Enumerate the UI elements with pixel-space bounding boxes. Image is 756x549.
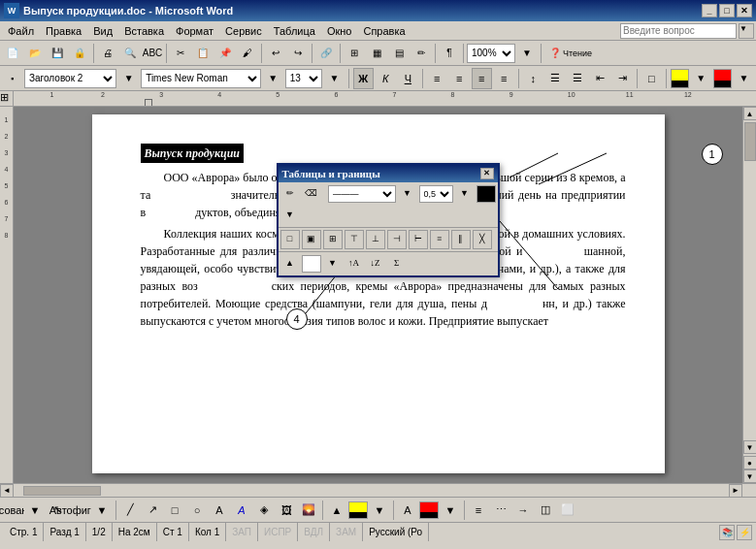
shading-color-button[interactable] xyxy=(302,255,321,273)
preview-button[interactable]: 🔍 xyxy=(119,43,141,64)
font-select[interactable]: Times New Roman xyxy=(141,69,261,88)
style-select[interactable]: Заголовок 2 xyxy=(24,69,116,88)
sort-descending-button[interactable]: ↓Z xyxy=(366,254,385,274)
autosum-button[interactable]: Σ xyxy=(387,254,407,274)
left-border-button[interactable]: ⊣ xyxy=(387,230,407,249)
search-button[interactable]: ▼ xyxy=(739,23,754,39)
align-justify-button[interactable]: ≡ xyxy=(494,68,514,89)
highlight-dropdown[interactable]: ▼ xyxy=(691,68,711,89)
fill-color-tool[interactable]: ▲ xyxy=(326,500,347,521)
drawing-menu-button[interactable]: Рисование xyxy=(2,500,23,521)
select-browse-button[interactable]: ● xyxy=(743,456,757,469)
fill-color-box[interactable] xyxy=(348,501,368,519)
scroll-up-button[interactable]: ▲ xyxy=(743,107,757,120)
top-border-button[interactable]: ⊤ xyxy=(345,230,364,249)
scroll-track[interactable] xyxy=(744,120,756,440)
horizontal-scrollbar[interactable]: ◄ ► xyxy=(0,483,756,497)
no-border-button[interactable]: □ xyxy=(280,230,300,249)
bold-button[interactable]: Ж xyxy=(353,68,374,89)
redo-button[interactable]: ↪ xyxy=(287,43,309,64)
draw-table-button[interactable]: ✏ xyxy=(411,43,432,64)
ruler-corner[interactable]: ⊞ xyxy=(0,91,14,106)
scroll-down-button[interactable]: ▼ xyxy=(743,440,757,454)
align-center-button[interactable]: ≡ xyxy=(449,68,470,89)
h-scroll-thumb[interactable] xyxy=(23,486,101,496)
scroll-left-button[interactable]: ◄ xyxy=(0,484,14,498)
maximize-button[interactable]: □ xyxy=(719,4,735,17)
spell-button[interactable]: ABC xyxy=(142,43,163,64)
oval-tool[interactable]: ○ xyxy=(186,500,208,521)
menu-format[interactable]: Формат xyxy=(170,23,219,39)
open-button[interactable]: 📂 xyxy=(24,43,46,64)
browse-next-button[interactable]: ▼ xyxy=(743,469,757,483)
decrease-indent-button[interactable]: ⇤ xyxy=(590,68,610,89)
bottom-border-button[interactable]: ⊥ xyxy=(366,230,385,249)
horiz-inside-button[interactable]: ≡ xyxy=(430,230,449,249)
right-border-button[interactable]: ⊢ xyxy=(409,230,428,249)
menu-edit[interactable]: Правка xyxy=(40,23,87,39)
vertical-scrollbar[interactable]: ▲ ▼ ● ▼ xyxy=(742,107,756,483)
dash-style-tool[interactable]: ⋯ xyxy=(490,500,511,521)
diagram-tool[interactable]: ◈ xyxy=(253,500,275,521)
autoshapes-dropdown[interactable]: ▼ xyxy=(91,500,113,521)
line-style-dropdown[interactable]: ▼ xyxy=(398,184,417,204)
size-select[interactable]: 13 xyxy=(285,69,322,88)
title-bar-controls[interactable]: _ □ ✕ xyxy=(702,4,752,17)
drawing-dropdown[interactable]: ▼ xyxy=(24,500,46,521)
shading-button[interactable]: ▲ xyxy=(280,254,300,274)
style-dropdown-icon[interactable]: ▼ xyxy=(118,68,139,89)
shading-dropdown[interactable]: ▼ xyxy=(323,254,343,274)
font-color-draw-dropdown[interactable]: ▼ xyxy=(440,500,461,521)
search-area[interactable]: ▼ xyxy=(620,23,754,39)
font-color-draw-box[interactable] xyxy=(419,501,439,519)
insert-col2-button[interactable]: ▤ xyxy=(388,43,410,64)
menu-file[interactable]: Файл xyxy=(2,23,40,39)
font-dropdown-icon[interactable]: ▼ xyxy=(263,68,283,89)
print-button[interactable]: 🖨 xyxy=(97,43,118,64)
menu-help[interactable]: Справка xyxy=(357,23,411,39)
menu-table[interactable]: Таблица xyxy=(268,23,321,39)
spelling-status-icon[interactable]: 📚 xyxy=(719,525,735,540)
3d-tool[interactable]: ⬜ xyxy=(557,500,578,521)
wordart-tool[interactable]: A xyxy=(231,500,252,521)
shadow-tool[interactable]: ◫ xyxy=(535,500,556,521)
diag-border-button[interactable]: ╳ xyxy=(473,230,492,249)
menu-window[interactable]: Окно xyxy=(321,23,358,39)
dialog-close-button[interactable]: ✕ xyxy=(480,168,494,179)
numbering-button[interactable]: ☰ xyxy=(568,68,588,89)
increase-indent-button[interactable]: ⇥ xyxy=(612,68,633,89)
cut-button[interactable]: ✂ xyxy=(170,43,191,64)
inside-border-button[interactable]: ⊞ xyxy=(323,230,343,249)
vert-inside-button[interactable]: ∥ xyxy=(451,230,471,249)
autoshapes-button[interactable]: Автофигуры xyxy=(69,500,90,521)
line-spacing-button[interactable]: ↕ xyxy=(523,68,543,89)
font-color-tool[interactable]: A xyxy=(397,500,418,521)
copy-button[interactable]: 📋 xyxy=(192,43,214,64)
fill-color-dropdown[interactable]: ▼ xyxy=(369,500,390,521)
insert-col-button[interactable]: ▦ xyxy=(366,43,387,64)
search-input[interactable] xyxy=(620,23,737,39)
document-page[interactable]: Выпуск продукции ООО «Аврора» было основ… xyxy=(92,114,665,473)
menu-tools[interactable]: Сервис xyxy=(219,23,268,39)
scroll-right-button[interactable]: ► xyxy=(729,484,742,498)
minimize-button[interactable]: _ xyxy=(702,4,717,17)
draw-table-tool[interactable]: ✏ xyxy=(280,184,300,204)
picture-tool[interactable]: 🌄 xyxy=(298,500,319,521)
hyperlink-button[interactable]: 🔗 xyxy=(315,43,337,64)
save-button[interactable]: 💾 xyxy=(47,43,68,64)
font-color-dropdown[interactable]: ▼ xyxy=(734,68,754,89)
highlight-button[interactable] xyxy=(671,69,689,88)
border-color-dropdown[interactable]: ▼ xyxy=(280,206,300,225)
dialog-title-bar[interactable]: Таблицы и границы ✕ xyxy=(279,165,498,182)
size-dropdown-icon[interactable]: ▼ xyxy=(324,68,345,89)
arrow-tool[interactable]: ↗ xyxy=(142,500,163,521)
arrow-style-tool[interactable]: → xyxy=(512,500,534,521)
underline-button[interactable]: Ч xyxy=(398,68,418,89)
permission-button[interactable]: 🔒 xyxy=(69,43,90,64)
scroll-thumb[interactable] xyxy=(744,122,756,161)
line-tool[interactable]: ╱ xyxy=(119,500,141,521)
outside-border-button[interactable]: ▣ xyxy=(302,230,321,249)
paste-button[interactable]: 📌 xyxy=(214,43,236,64)
table-button[interactable]: ⊞ xyxy=(344,43,365,64)
show-hide-button[interactable]: ¶ xyxy=(439,43,460,64)
